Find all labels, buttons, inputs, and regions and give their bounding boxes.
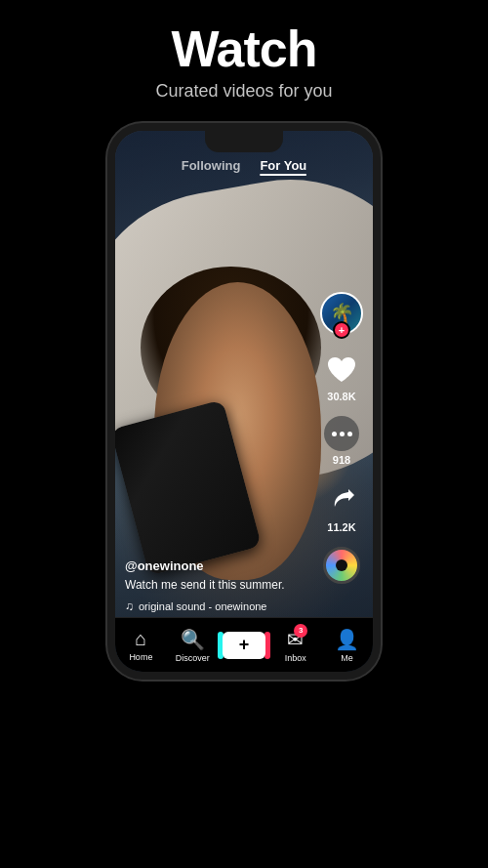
like-button[interactable]: [324, 352, 359, 388]
video-caption: Watch me send it this summer.: [125, 577, 314, 594]
sound-info[interactable]: ♫ original sound - onewinone: [125, 599, 314, 613]
nav-inbox[interactable]: ✉ 3 Inbox: [271, 628, 320, 663]
sound-name: original sound - onewinone: [139, 600, 266, 612]
for-you-tab[interactable]: For You: [260, 158, 306, 173]
follow-plus-button[interactable]: +: [333, 321, 350, 339]
creator-avatar-item[interactable]: 🌴 +: [320, 292, 363, 339]
phone-mockup: Following For You 🌴 +: [107, 123, 381, 680]
like-count: 30.8K: [327, 391, 355, 402]
video-top-nav: Following For You: [115, 158, 373, 173]
me-icon: 👤: [335, 628, 359, 651]
music-disc: [323, 547, 360, 584]
creator-username[interactable]: @onewinone: [125, 558, 314, 573]
phone-notch: [205, 131, 283, 152]
nav-me[interactable]: 👤 Me: [323, 628, 372, 663]
music-disc-center: [336, 559, 347, 571]
nav-discover[interactable]: 🔍 Discover: [168, 628, 217, 663]
following-tab[interactable]: Following: [182, 158, 241, 173]
music-action[interactable]: [323, 547, 360, 584]
music-note-icon: ♫: [125, 599, 134, 613]
inbox-icon: ✉ 3: [287, 628, 304, 651]
page-subtitle: Curated videos for you: [0, 81, 488, 102]
comment-action[interactable]: 918: [324, 416, 359, 466]
comment-count: 918: [333, 454, 350, 466]
video-info: @onewinone Watch me send it this summer.…: [125, 558, 314, 613]
me-label: Me: [341, 653, 353, 663]
heart-icon: [326, 355, 357, 385]
discover-label: Discover: [176, 653, 210, 663]
nav-home[interactable]: ⌂ Home: [116, 628, 165, 662]
dot3: [347, 432, 352, 436]
like-action[interactable]: 30.8K: [324, 352, 359, 402]
phone-frame: Following For You 🌴 +: [107, 123, 381, 680]
page-title: Watch: [0, 21, 488, 77]
home-icon: ⌂: [135, 628, 146, 650]
dot1: [332, 432, 337, 436]
header: Watch Curated videos for you: [0, 0, 488, 111]
share-count: 11.2K: [327, 521, 355, 533]
add-icon: +: [223, 632, 265, 659]
share-icon: [327, 485, 356, 513]
share-button[interactable]: [322, 479, 361, 518]
discover-icon: 🔍: [181, 628, 205, 651]
nav-add[interactable]: +: [220, 632, 268, 659]
avatar-container: 🌴 +: [320, 292, 363, 335]
bottom-nav: ⌂ Home 🔍 Discover + ✉ 3 Inbox 👤: [115, 617, 373, 672]
home-label: Home: [129, 652, 152, 662]
dot2: [340, 432, 345, 436]
inbox-badge: 3: [294, 624, 307, 638]
right-actions: 🌴 + 30.8K: [320, 292, 363, 584]
comment-button[interactable]: [324, 416, 359, 451]
share-action[interactable]: 11.2K: [322, 479, 361, 533]
add-button[interactable]: +: [223, 632, 265, 659]
inbox-label: Inbox: [285, 653, 306, 663]
